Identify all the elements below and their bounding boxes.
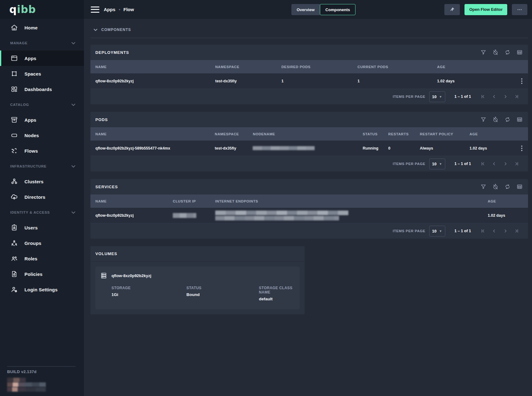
sidebar-item-dashboards[interactable]: Dashboards (0, 81, 84, 97)
sidebar-item-label: Groups (24, 241, 41, 246)
page-size-select[interactable]: 10▼ (429, 159, 445, 169)
breadcrumb-apps[interactable]: Apps (104, 7, 116, 12)
open-flow-editor-button[interactable]: Open Flow Editor (464, 4, 507, 15)
logo-q: q (9, 3, 17, 15)
sidebar-item-label: Spaces (24, 71, 41, 76)
sidebar-item-roles[interactable]: Roles (0, 251, 84, 266)
volume-panel[interactable]: qflow-8xz0p92b2kyzj STORAGE 1Gi STATUS B… (95, 267, 300, 309)
menu-icon[interactable] (91, 7, 99, 13)
sidebar-item-label: Login Settings (24, 287, 58, 292)
sidebar-section-infrastructure[interactable]: INFRASTRUCTURE (0, 159, 84, 174)
clusters-icon (10, 177, 18, 185)
pods-card: PODS NAME NAMESPACE NODENAME STATUS REST… (90, 112, 528, 172)
pod-restart-policy: Always (420, 146, 470, 150)
filter-icon[interactable] (479, 48, 487, 56)
sidebar-item-policies[interactable]: Policies (0, 266, 84, 282)
table-columns-icon[interactable] (516, 115, 524, 124)
table-row[interactable]: qflow-8xz0p92b2kyzj 1.02 days (90, 208, 528, 223)
partner-logo-redacted (7, 378, 46, 392)
more-button[interactable] (512, 4, 527, 15)
pin-button[interactable] (444, 4, 460, 15)
prev-page-icon[interactable] (490, 93, 498, 101)
sidebar-item-login-settings[interactable]: Login Settings (0, 282, 84, 297)
service-endpoints-redacted (215, 211, 488, 220)
volume-storage-icon (100, 272, 107, 279)
sidebar-section-identity-access[interactable]: IDENTITY & ACCESS (0, 205, 84, 220)
sidebar-item-label: Home (24, 25, 37, 30)
sidebar-item-label: Nodes (24, 133, 39, 138)
home-icon (10, 24, 18, 32)
prev-page-icon[interactable] (490, 227, 498, 235)
sidebar-item-nodes[interactable]: Nodes (0, 128, 84, 143)
sidebar-item-clusters[interactable]: Clusters (0, 174, 84, 189)
filter-icon[interactable] (479, 183, 487, 191)
prev-page-icon[interactable] (490, 160, 498, 168)
volumes-card: VOLUMES qflow-8xz0p92b2kyzj STORAGE 1Gi (90, 246, 305, 314)
deployments-title: DEPLOYMENTS (95, 50, 129, 55)
sidebar-item-label: Users (24, 225, 38, 230)
refresh-icon[interactable] (504, 183, 512, 191)
chevron-down-icon (93, 28, 98, 32)
sidebar-item-label: Apps (24, 117, 36, 123)
table-row[interactable]: qflow-8xz0p92b2kyzj-589b555477-nk4mx tes… (90, 141, 528, 156)
filter-icon[interactable] (479, 115, 487, 124)
table-columns-icon[interactable] (516, 48, 524, 56)
pod-nodename-redacted (253, 146, 363, 150)
next-page-icon[interactable] (501, 93, 509, 101)
refresh-icon[interactable] (504, 48, 512, 56)
last-page-icon[interactable] (512, 227, 521, 235)
deployments-card: DEPLOYMENTS NAME NAMESPACE DESIRED PODS … (90, 45, 528, 104)
first-page-icon[interactable] (479, 160, 487, 168)
pods-pager: ITEMS PER PAGE 10▼ 1 – 1 of 1 (90, 156, 528, 172)
breadcrumb-flow[interactable]: Flow (124, 7, 134, 12)
qibb-logo[interactable]: qibb (9, 3, 36, 15)
sidebar-item-apps-catalog[interactable]: Apps (0, 112, 84, 128)
sidebar-item-apps-manage[interactable]: Apps (0, 50, 84, 66)
pod-namespace: test-dx35fiy (215, 146, 253, 150)
sidebar-item-label: Roles (24, 256, 37, 261)
table-row[interactable]: qflow-8xz0p92b2kyzj test-dx35fiy 1 1 1.0… (90, 73, 528, 89)
tab-overview[interactable]: Overview (291, 4, 320, 15)
sidebar-item-label: Policies (24, 272, 42, 277)
policies-icon (10, 270, 18, 278)
services-actions (479, 183, 524, 191)
auto-refresh-off-icon[interactable] (491, 183, 499, 191)
auto-refresh-off-icon[interactable] (491, 115, 499, 124)
next-page-icon[interactable] (501, 227, 509, 235)
sidebar-item-home[interactable]: Home (0, 20, 84, 35)
logo-rest: ibb (17, 3, 36, 15)
sidebar-nav: Home MANAGE Apps Spaces Dashboards CATA (0, 19, 84, 297)
last-page-icon[interactable] (512, 160, 521, 168)
row-menu-icon[interactable] (520, 77, 524, 85)
sidebar: qibb Home MANAGE Apps Spaces (0, 0, 84, 396)
sidebar-section-manage[interactable]: MANAGE (0, 35, 84, 50)
sidebar-item-spaces[interactable]: Spaces (0, 66, 84, 81)
page-size-select[interactable]: 10▼ (429, 226, 445, 237)
sidebar-item-flows[interactable]: Flows (0, 143, 84, 159)
sidebar-item-users[interactable]: Users (0, 220, 84, 235)
pods-table-header: NAME NAMESPACE NODENAME STATUS RESTARTS … (90, 127, 528, 141)
row-menu-icon[interactable] (520, 144, 524, 152)
refresh-icon[interactable] (504, 115, 512, 124)
pod-restarts: 0 (388, 146, 420, 150)
deployment-age: 1.02 days (437, 79, 455, 83)
sidebar-footer: BUILD v2.137d (7, 366, 76, 392)
components-collapse-header[interactable]: COMPONENTS (90, 26, 528, 34)
first-page-icon[interactable] (479, 93, 487, 101)
dashboards-icon (10, 85, 18, 93)
auto-refresh-off-icon[interactable] (491, 48, 499, 56)
sidebar-item-label: Directors (24, 194, 46, 200)
sidebar-item-groups[interactable]: Groups (0, 235, 84, 251)
section-divider (90, 38, 528, 38)
first-page-icon[interactable] (479, 227, 487, 235)
volume-storage-class-label: STORAGE CLASS NAME (259, 286, 294, 294)
tab-components[interactable]: Components (320, 4, 355, 15)
sidebar-item-directors[interactable]: Directors (0, 189, 84, 205)
last-page-icon[interactable] (512, 93, 521, 101)
view-tabs: Overview Components (291, 4, 355, 15)
table-columns-icon[interactable] (516, 183, 524, 191)
sidebar-section-catalog[interactable]: CATALOG (0, 97, 84, 112)
logo-area: qibb (0, 0, 84, 19)
page-size-select[interactable]: 10▼ (429, 91, 445, 102)
next-page-icon[interactable] (501, 160, 509, 168)
